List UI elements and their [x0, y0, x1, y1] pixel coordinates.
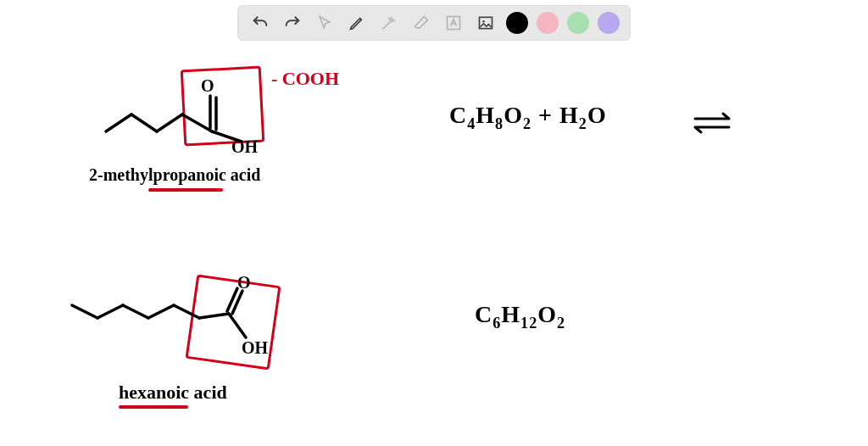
formula-1: C4H8O2 + H2O	[449, 102, 607, 133]
compound-name-1: 2-methylpropanoic acid	[89, 165, 260, 185]
cooh-label: - COOH	[271, 68, 339, 90]
tools-button[interactable]	[377, 11, 401, 35]
compound-name-2: hexanoic acid	[119, 382, 227, 404]
redo-icon	[283, 14, 302, 32]
eraser-button[interactable]	[409, 11, 433, 35]
underline-2	[119, 405, 188, 409]
drawing-canvas[interactable]: - COOH O OH	[0, 42, 868, 446]
redo-button[interactable]	[281, 11, 304, 35]
color-pink[interactable]	[537, 12, 559, 34]
structure-2-methylpropanoic-acid: O OH	[97, 72, 275, 165]
svg-text:O: O	[237, 273, 251, 292]
image-button[interactable]	[474, 11, 498, 35]
text-button[interactable]	[442, 11, 465, 35]
pen-button[interactable]	[345, 11, 369, 35]
svg-text:O: O	[201, 76, 214, 95]
equilibrium-arrows	[691, 110, 742, 136]
formula-2: C6H12O2	[475, 301, 565, 332]
svg-point-2	[482, 20, 485, 22]
structure-hexanoic-acid: O OH	[68, 271, 288, 373]
image-icon	[477, 14, 494, 31]
pointer-button[interactable]	[313, 11, 337, 35]
pointer-icon	[316, 14, 333, 31]
svg-text:OH: OH	[242, 338, 269, 357]
color-black[interactable]	[506, 12, 528, 34]
text-icon	[445, 14, 462, 31]
eraser-icon	[413, 14, 430, 31]
pen-icon	[348, 14, 365, 31]
svg-text:OH: OH	[231, 137, 259, 156]
color-green[interactable]	[567, 12, 589, 34]
underline-1	[148, 188, 223, 192]
undo-icon	[251, 14, 270, 32]
tools-icon	[381, 14, 398, 31]
color-purple[interactable]	[598, 12, 620, 34]
drawing-toolbar	[237, 5, 631, 41]
undo-button[interactable]	[248, 11, 272, 35]
